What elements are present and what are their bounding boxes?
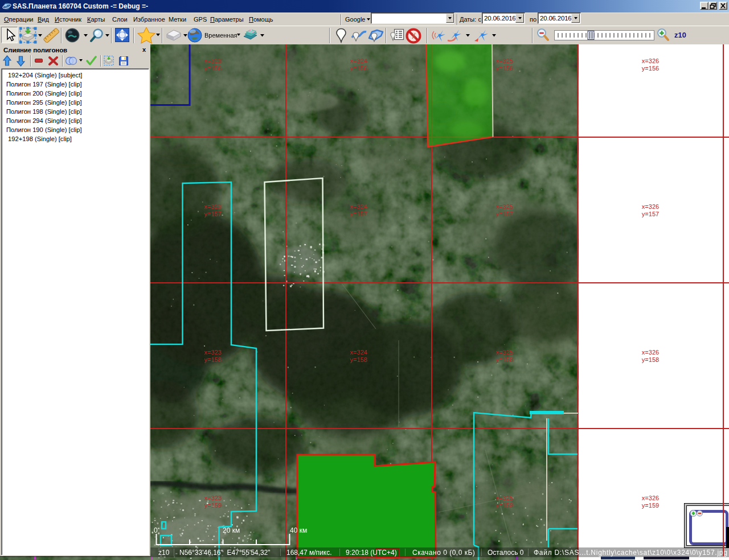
svg-text:x=326: x=326 (642, 349, 659, 356)
svg-text:x=325: x=325 (496, 349, 513, 356)
svg-text:y=159: y=159 (204, 502, 222, 509)
svg-text:x=324: x=324 (350, 203, 367, 210)
svg-text:x=326: x=326 (642, 495, 659, 501)
svg-text:y=157: y=157 (642, 211, 659, 217)
svg-text:x=324: x=324 (350, 57, 367, 64)
svg-text:x=323: x=323 (204, 349, 222, 356)
svg-text:y=157: y=157 (204, 211, 222, 217)
svg-text:y=159: y=159 (642, 502, 659, 509)
svg-text:y=159: y=159 (496, 502, 513, 509)
svg-text:y=158: y=158 (204, 356, 222, 363)
svg-text:x=323: x=323 (204, 203, 222, 210)
svg-text:y=157: y=157 (496, 211, 513, 217)
svg-text:y=156: y=156 (350, 65, 367, 72)
svg-text:0: 0 (154, 526, 158, 534)
svg-text:y=158: y=158 (642, 356, 659, 363)
svg-text:x=323: x=323 (204, 57, 222, 64)
svg-text:x=325: x=325 (496, 203, 513, 210)
svg-text:y=157: y=157 (350, 211, 367, 217)
svg-text:x=324: x=324 (350, 349, 367, 356)
svg-text:x=325: x=325 (496, 57, 513, 64)
svg-text:y=156: y=156 (496, 65, 513, 72)
svg-text:y=158: y=158 (496, 356, 513, 363)
svg-text:x=323: x=323 (204, 495, 222, 501)
svg-text:40 км: 40 км (290, 526, 307, 534)
svg-text:y=158: y=158 (350, 356, 367, 363)
svg-text:x=325: x=325 (496, 495, 513, 501)
svg-text:20 км: 20 км (223, 526, 240, 534)
svg-text:x=326: x=326 (642, 57, 659, 64)
svg-text:y=156: y=156 (204, 65, 222, 72)
svg-text:x=326: x=326 (642, 203, 659, 210)
svg-text:y=156: y=156 (642, 65, 659, 72)
